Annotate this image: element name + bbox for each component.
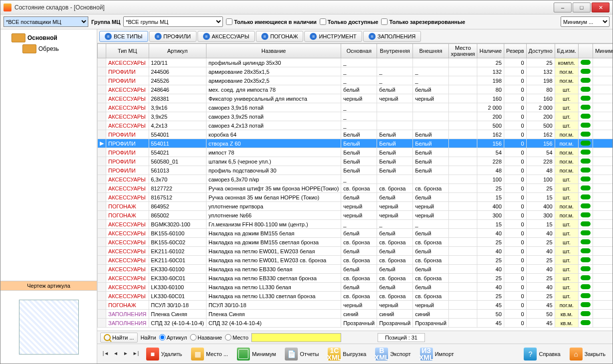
xml-icon: 1CXML — [328, 348, 341, 361]
table-row[interactable]: АКСЕССУАРЫLK330-60C01Накладка на петлю L… — [98, 292, 613, 301]
inventory-table-wrap[interactable]: Тип МЦАртикулНазваниеОсновнаяВнутренняяВ… — [97, 43, 613, 331]
close-app-button[interactable]: ⌂Закрыть — [567, 346, 609, 362]
folder-icon — [11, 33, 25, 42]
window-title: Состояние складов - [Основной] — [14, 4, 554, 11]
column-header[interactable]: Наличие — [477, 44, 504, 58]
column-header[interactable]: Внутренняя — [377, 44, 413, 58]
nav-buttons: |◄ ◄ ► ►| — [101, 350, 140, 359]
tab-погонаж[interactable]: ≡ПОГОНАЖ — [256, 31, 304, 42]
export-icon: ВXML — [375, 348, 388, 361]
nav-next[interactable]: ► — [121, 350, 130, 359]
nav-last[interactable]: ►| — [131, 350, 140, 359]
table-row[interactable]: АКСЕССУАРЫBK155-60C02Накладка на дожим B… — [98, 238, 613, 247]
radio-name[interactable]: Название — [190, 334, 222, 341]
column-header[interactable]: Минимум — [593, 44, 613, 58]
table-row[interactable]: АКСЕССУАРЫBK155-60100Накладка на дожим B… — [98, 229, 613, 238]
table-row[interactable]: ПРОФИЛИ561013профиль подставочный 30Белы… — [98, 166, 613, 175]
table-row[interactable]: АКСЕССУАРЫ4,2x13саморез 4,2х13 потай_500… — [98, 121, 613, 130]
table-row[interactable]: АКСЕССУАРЫEK330-60C01Накладка на петлю E… — [98, 274, 613, 283]
table-row[interactable]: ПРОФИЛИ554021импост 78БелыйБелыйБелый540… — [98, 148, 613, 157]
place-button[interactable]: ▦Место ... — [188, 346, 231, 362]
minimum-button[interactable]: Минимум — [234, 346, 279, 362]
radio-article[interactable]: Артикул — [159, 334, 187, 341]
tab-инструмент[interactable]: ≡ИНСТРУМЕНТ — [304, 31, 362, 42]
table-row[interactable]: АКСЕССУАРЫ3,9x16саморез 3,9х16 потай_2 0… — [98, 103, 613, 112]
column-header[interactable]: Ед.изм. — [555, 44, 579, 58]
reports-button[interactable]: 📄Отчеты — [282, 346, 322, 362]
column-header[interactable] — [579, 44, 593, 58]
search-input[interactable] — [251, 333, 341, 342]
import-button[interactable]: ИЗXMLИмпорт — [417, 346, 457, 362]
table-row[interactable]: АКСЕССУАРЫLK330-60100Накладка на петлю L… — [98, 283, 613, 292]
group-select[interactable]: *ВСЕ группы МЦ — [123, 16, 223, 27]
table-row[interactable]: АКСЕССУАРЫBGMK3020-100Гл.механизм FFH 80… — [98, 220, 613, 229]
table-row[interactable]: АКСЕССУАРЫ268381Фиксатор универсальный д… — [98, 94, 613, 103]
bottom-toolbar: |◄ ◄ ► ►| ■Удалить ▦Место ... Минимум 📄О… — [97, 344, 613, 364]
table-row[interactable]: АКСЕССУАРЫ248646мех. соед. для импоста 7… — [98, 85, 613, 94]
delete-icon: ■ — [146, 348, 159, 361]
minimum-select[interactable]: Минимум ... — [561, 16, 610, 27]
column-header[interactable] — [98, 44, 106, 58]
column-header[interactable]: Резерв — [504, 44, 526, 58]
export-button[interactable]: ВXMLЭкспорт — [372, 346, 413, 362]
place-icon: ▦ — [191, 348, 204, 361]
table-row[interactable]: ПРОФИЛИ560580_01штапик 6,5 (черное упл.)… — [98, 157, 613, 166]
table-row[interactable]: АКСЕССУАРЫ6,3x70саморез 6,3х70 п/кр_1000… — [98, 175, 613, 184]
table-row[interactable]: АКСЕССУАРЫEK211-60102Накладка на петлю E… — [98, 247, 613, 256]
table-row[interactable]: АКСЕССУАРЫEK330-60100Накладка на петлю E… — [98, 265, 613, 274]
table-row[interactable]: ▶ПРОФИЛИ554011створка Z 60БелыйБелыйБелы… — [98, 139, 613, 148]
table-row[interactable]: АКСЕССУАРЫ8167512Ручка оконная 35 мм бел… — [98, 193, 613, 202]
table-row[interactable]: ЗАПОЛНЕНИЯПленка СиняяПленка Синяясинийс… — [98, 310, 613, 319]
minimize-button[interactable]: – — [554, 2, 572, 12]
table-row[interactable]: АКСЕССУАРЫEK211-60C01Накладка на петлю E… — [98, 256, 613, 265]
table-row[interactable]: ПРОФИЛИ244506армирование 28х35х1,5___132… — [98, 67, 613, 76]
tab-профили[interactable]: ≡ПРОФИЛИ — [149, 31, 197, 42]
nav-prev[interactable]: ◄ — [111, 350, 120, 359]
table-row[interactable]: ПОГОНАЖПСУЛ 30/10-18ПСУЛ 30/10-18черныйч… — [98, 301, 613, 310]
nav-first[interactable]: |◄ — [101, 350, 110, 359]
tab-icon: ≡ — [155, 33, 162, 40]
tab-аксессуары[interactable]: ≡АКСЕССУАРЫ — [198, 31, 255, 42]
tree-node-scrap[interactable]: Обрезь — [2, 43, 95, 54]
tab-icon: ≡ — [369, 33, 376, 40]
column-header[interactable]: Основная — [341, 44, 377, 58]
table-row[interactable]: АКСЕССУАРЫ3,9x25саморез 3,9х25 потай_200… — [98, 112, 613, 121]
help-button[interactable]: ?Справка — [521, 346, 563, 362]
table-row[interactable]: ЗАПОЛНЕНИЯСПД 32 (4-10-4-10-4)СПД 32 (4-… — [98, 319, 613, 328]
table-row[interactable]: АКСЕССУАРЫ120/11профильный цилиндр 35х30… — [98, 58, 613, 67]
supplier-select[interactable]: *ВСЕ поставщики МЦ — [3, 16, 88, 27]
chk-in-stock[interactable]: Только имеющиеся в наличии — [226, 18, 317, 25]
find-button[interactable]: Найти ... — [100, 333, 138, 343]
radio-place[interactable]: Место — [225, 334, 248, 341]
find-label: Найти — [141, 335, 156, 341]
drawing-area — [0, 291, 97, 364]
profile-drawing — [19, 300, 79, 355]
table-row[interactable]: ПРОФИЛИ245526армирование 20х35х2,5___198… — [98, 76, 613, 85]
tab-заполнения[interactable]: ≡ЗАПОЛНЕНИЯ — [363, 31, 421, 42]
column-header[interactable]: Артикул — [149, 44, 206, 58]
maximize-button[interactable]: □ — [573, 2, 591, 12]
chk-reserved[interactable]: Только зарезервированные — [381, 18, 465, 25]
column-header[interactable]: Место хранения — [449, 44, 477, 58]
home-icon: ⌂ — [570, 348, 583, 361]
table-row[interactable]: ПОГОНАЖ865002уплотнение №66черныйчерныйч… — [98, 211, 613, 220]
chk-available[interactable]: Только доступные — [320, 18, 379, 25]
close-button[interactable]: ✕ — [592, 2, 610, 12]
column-header[interactable]: Внешняя — [413, 44, 449, 58]
folder-icon — [22, 44, 36, 53]
position-count: Позиций : 31 — [378, 333, 425, 342]
tree-node-main[interactable]: Основной — [2, 32, 95, 43]
reports-icon: 📄 — [285, 348, 298, 361]
export1c-button[interactable]: 1CXMLВыгрузка — [325, 346, 369, 362]
group-label: Группа МЦ — [91, 19, 120, 25]
column-header[interactable]: Тип МЦ — [106, 44, 149, 58]
table-row[interactable]: АКСЕССУАРЫ8127722Ручка оконная штифт 35 … — [98, 184, 613, 193]
inventory-table: Тип МЦАртикулНазваниеОсновнаяВнутренняяВ… — [97, 43, 613, 328]
delete-button[interactable]: ■Удалить — [143, 346, 185, 362]
table-row[interactable]: ПРОФИЛИ554001коробка 64БелыйБелыйБелый16… — [98, 130, 613, 139]
column-header[interactable]: Доступно — [526, 44, 555, 58]
tab-все типы[interactable]: ≡ВСЕ ТИПЫ — [99, 31, 148, 42]
import-icon: ИЗXML — [420, 348, 433, 361]
column-header[interactable]: Название — [206, 44, 341, 58]
table-row[interactable]: ПОГОНАЖ864952уплотнение притворачерныйче… — [98, 202, 613, 211]
